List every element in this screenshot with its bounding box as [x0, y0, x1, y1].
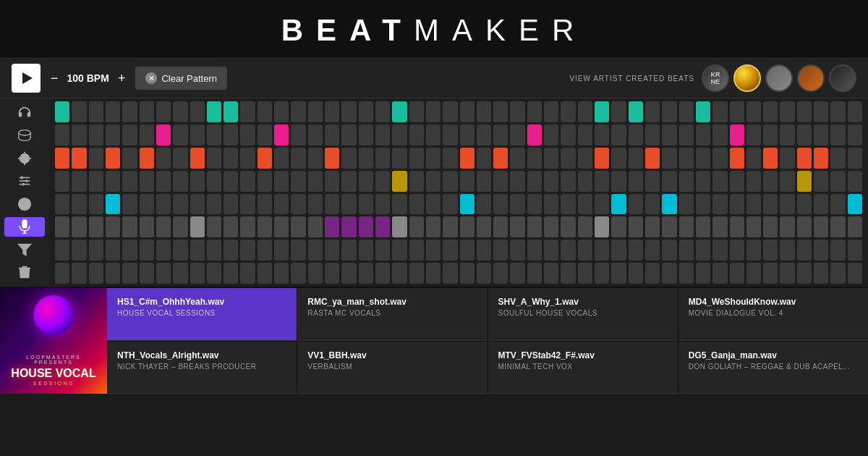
grid-cell[interactable]: [89, 101, 103, 122]
grid-cell[interactable]: [460, 194, 475, 215]
grid-cell[interactable]: [763, 216, 778, 237]
grid-cell[interactable]: [763, 148, 778, 169]
grid-cell[interactable]: [578, 124, 592, 145]
grid-cell[interactable]: [207, 240, 221, 261]
bpm-increase-button[interactable]: +: [115, 71, 129, 86]
grid-cell[interactable]: [140, 216, 154, 237]
grid-cell[interactable]: [409, 171, 424, 192]
avatar-main[interactable]: [733, 64, 761, 92]
grid-cell[interactable]: [629, 124, 643, 145]
grid-cell[interactable]: [156, 216, 171, 237]
grid-cell[interactable]: [662, 216, 676, 237]
grid-cell[interactable]: [140, 101, 154, 122]
grid-cell[interactable]: [780, 171, 794, 192]
grid-cell[interactable]: [409, 240, 424, 261]
grid-cell[interactable]: [443, 216, 457, 237]
grid-cell[interactable]: [595, 101, 609, 122]
grid-cell[interactable]: [763, 124, 778, 145]
grid-cell[interactable]: [426, 216, 441, 237]
grid-cell[interactable]: [696, 194, 710, 215]
avatar-2[interactable]: [765, 64, 793, 92]
grid-cell[interactable]: [814, 216, 828, 237]
grid-cell[interactable]: [712, 263, 727, 284]
grid-cell[interactable]: [207, 171, 221, 192]
grid-cell[interactable]: [140, 124, 154, 145]
grid-cell[interactable]: [291, 148, 305, 169]
grid-cell[interactable]: [308, 124, 323, 145]
sample-item[interactable]: MD4_WeShouldKnow.wavMOVIE DIALOGUE VOL. …: [678, 288, 868, 341]
grid-cell[interactable]: [814, 240, 828, 261]
grid-cell[interactable]: [629, 240, 643, 261]
grid-cell[interactable]: [173, 124, 187, 145]
grid-cell[interactable]: [746, 194, 761, 215]
grid-cell[interactable]: [240, 194, 255, 215]
grid-cell[interactable]: [595, 216, 609, 237]
avatar-kre[interactable]: KRNE: [702, 64, 729, 92]
grid-cell[interactable]: [156, 101, 171, 122]
grid-cell[interactable]: [341, 240, 356, 261]
grid-cell[interactable]: [629, 263, 643, 284]
grid-cell[interactable]: [544, 240, 558, 261]
grid-cell[interactable]: [207, 148, 221, 169]
grid-cell[interactable]: [392, 124, 407, 145]
grid-cell[interactable]: [662, 240, 676, 261]
grid-cell[interactable]: [578, 101, 592, 122]
grid-cell[interactable]: [122, 171, 137, 192]
grid-cell[interactable]: [679, 148, 694, 169]
grid-cell[interactable]: [730, 263, 744, 284]
track-icon-eq[interactable]: [4, 172, 45, 192]
grid-cell[interactable]: [830, 240, 845, 261]
grid-cell[interactable]: [527, 216, 542, 237]
grid-cell[interactable]: [308, 240, 323, 261]
grid-cell[interactable]: [712, 124, 727, 145]
grid-cell[interactable]: [55, 263, 69, 284]
grid-cell[interactable]: [527, 194, 542, 215]
grid-cell[interactable]: [274, 148, 289, 169]
grid-cell[interactable]: [325, 101, 339, 122]
grid-cell[interactable]: [359, 216, 373, 237]
grid-cell[interactable]: [730, 240, 744, 261]
grid-cell[interactable]: [359, 148, 373, 169]
grid-cell[interactable]: [780, 101, 794, 122]
grid-cell[interactable]: [291, 101, 305, 122]
grid-cell[interactable]: [359, 171, 373, 192]
grid-cell[interactable]: [258, 240, 272, 261]
grid-cell[interactable]: [89, 124, 103, 145]
play-button[interactable]: [12, 64, 41, 93]
grid-cell[interactable]: [443, 240, 457, 261]
grid-cell[interactable]: [730, 216, 744, 237]
grid-cell[interactable]: [140, 240, 154, 261]
grid-cell[interactable]: [190, 263, 205, 284]
grid-cell[interactable]: [122, 194, 137, 215]
grid-cell[interactable]: [207, 194, 221, 215]
grid-cell[interactable]: [578, 148, 592, 169]
grid-cell[interactable]: [510, 148, 524, 169]
grid-cell[interactable]: [662, 171, 676, 192]
grid-cell[interactable]: [140, 171, 154, 192]
grid-cell[interactable]: [190, 148, 205, 169]
grid-cell[interactable]: [240, 148, 255, 169]
grid-cell[interactable]: [224, 171, 238, 192]
grid-cell[interactable]: [493, 263, 508, 284]
grid-cell[interactable]: [156, 240, 171, 261]
grid-cell[interactable]: [460, 171, 475, 192]
grid-cell[interactable]: [797, 124, 812, 145]
grid-cell[interactable]: [544, 148, 558, 169]
grid-cell[interactable]: [173, 216, 187, 237]
grid-cell[interactable]: [561, 101, 575, 122]
grid-cell[interactable]: [595, 171, 609, 192]
grid-cell[interactable]: [544, 171, 558, 192]
grid-cell[interactable]: [392, 148, 407, 169]
grid-cell[interactable]: [156, 263, 171, 284]
grid-cell[interactable]: [510, 240, 524, 261]
grid-cell[interactable]: [595, 124, 609, 145]
sample-item[interactable]: HS1_C#m_OhhhYeah.wavHOUSE VOCAL SESSIONS: [107, 288, 297, 341]
grid-cell[interactable]: [341, 216, 356, 237]
grid-cell[interactable]: [611, 194, 626, 215]
grid-cell[interactable]: [712, 194, 727, 215]
grid-cell[interactable]: [156, 194, 171, 215]
grid-cell[interactable]: [341, 101, 356, 122]
grid-cell[interactable]: [780, 194, 794, 215]
grid-cell[interactable]: [156, 171, 171, 192]
grid-cell[interactable]: [578, 216, 592, 237]
